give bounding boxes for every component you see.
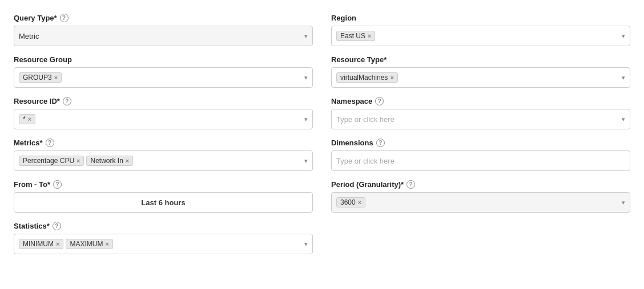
- namespace-label: Namespace ?: [331, 97, 630, 105]
- statistics-tag-minimum-remove[interactable]: ×: [56, 241, 59, 247]
- period-control[interactable]: 3600 × ▾: [331, 192, 630, 213]
- statistics-label: Statistics* ?: [14, 222, 313, 230]
- region-tags: East US ×: [336, 31, 618, 41]
- period-tag-remove[interactable]: ×: [358, 199, 361, 206]
- resource-id-label: Resource ID* ?: [14, 97, 313, 105]
- resource-id-tag-star: * ×: [19, 114, 35, 124]
- resource-type-tag-remove[interactable]: ×: [390, 74, 393, 81]
- resource-type-label: Resource Type*: [331, 55, 630, 64]
- metrics-tag-networkin-remove[interactable]: ×: [126, 157, 129, 164]
- statistics-chevron-icon: ▾: [301, 241, 308, 248]
- resource-type-chevron-icon: ▾: [618, 74, 625, 82]
- region-tag-eastus-remove[interactable]: ×: [368, 32, 371, 39]
- resource-id-group: Resource ID* ? * × ▾: [14, 97, 313, 129]
- resource-group-tags: GROUP3 ×: [19, 72, 301, 83]
- period-tag-3600: 3600 ×: [336, 197, 365, 207]
- from-to-button[interactable]: Last 6 hours: [14, 192, 313, 213]
- resource-id-tag-remove[interactable]: ×: [28, 116, 31, 123]
- query-type-select[interactable]: Metric ▾: [14, 26, 313, 46]
- query-type-label: Query Type* ?: [14, 14, 313, 22]
- query-type-chevron-icon: ▾: [301, 32, 308, 40]
- resource-type-tags: virtualMachines ×: [336, 72, 618, 83]
- resource-group-chevron-icon: ▾: [301, 74, 308, 82]
- metrics-control[interactable]: Percentage CPU × Network In × ▾: [14, 150, 313, 171]
- region-group: Region East US × ▾: [331, 14, 630, 46]
- query-type-group: Query Type* ? Metric ▾: [14, 14, 313, 46]
- resource-id-chevron-icon: ▾: [301, 116, 308, 123]
- dimensions-label: Dimensions ?: [331, 139, 630, 147]
- dimensions-placeholder: Type or click here: [336, 157, 395, 165]
- statistics-tags: MINIMUM × MAXIMUM ×: [19, 239, 301, 249]
- from-to-help-icon[interactable]: ?: [53, 180, 62, 189]
- dimensions-control[interactable]: Type or click here: [331, 150, 630, 171]
- empty-cell: [331, 222, 630, 254]
- resource-group-group: Resource Group GROUP3 × ▾: [14, 55, 313, 88]
- metrics-tag-networkin: Network In ×: [86, 156, 133, 166]
- namespace-control[interactable]: Type or click here ▾: [331, 109, 630, 129]
- statistics-help-icon[interactable]: ?: [53, 222, 61, 230]
- region-chevron-icon: ▾: [618, 32, 625, 40]
- resource-group-tag-remove[interactable]: ×: [54, 74, 58, 81]
- resource-type-tag-vms: virtualMachines ×: [336, 72, 398, 83]
- resource-group-label: Resource Group: [14, 55, 313, 64]
- region-label: Region: [331, 14, 630, 22]
- dimensions-help-icon[interactable]: ?: [376, 139, 385, 147]
- period-group: Period (Granularity)* ? 3600 × ▾: [331, 180, 630, 213]
- metrics-tags: Percentage CPU × Network In ×: [19, 156, 301, 166]
- namespace-placeholder: Type or click here: [336, 115, 395, 124]
- resource-type-control[interactable]: virtualMachines × ▾: [331, 67, 630, 88]
- resource-id-control[interactable]: * × ▾: [14, 109, 313, 129]
- statistics-control[interactable]: MINIMUM × MAXIMUM × ▾: [14, 234, 313, 254]
- resource-id-tags: * ×: [19, 114, 301, 124]
- namespace-group: Namespace ? Type or click here ▾: [331, 97, 630, 129]
- period-label: Period (Granularity)* ?: [331, 180, 630, 189]
- resource-group-tag-group3: GROUP3 ×: [19, 72, 62, 83]
- statistics-tag-maximum: MAXIMUM ×: [66, 239, 112, 249]
- statistics-tag-minimum: MINIMUM ×: [19, 239, 63, 249]
- period-tags: 3600 ×: [336, 197, 618, 207]
- namespace-help-icon[interactable]: ?: [375, 97, 384, 105]
- metrics-chevron-icon: ▾: [301, 157, 308, 165]
- resource-group-control[interactable]: GROUP3 × ▾: [14, 67, 313, 88]
- period-help-icon[interactable]: ?: [406, 180, 415, 189]
- query-type-value: Metric: [19, 32, 301, 40]
- period-chevron-icon: ▾: [618, 199, 625, 206]
- metrics-label: Metrics* ?: [14, 139, 313, 147]
- metrics-tag-cpu-remove[interactable]: ×: [77, 157, 80, 164]
- query-form: Query Type* ? Metric ▾ Region East US × …: [14, 14, 630, 254]
- query-type-help-icon[interactable]: ?: [60, 14, 69, 22]
- namespace-chevron-icon: ▾: [618, 116, 625, 123]
- resource-type-group: Resource Type* virtualMachines × ▾: [331, 55, 630, 88]
- region-tag-eastus: East US ×: [336, 31, 375, 41]
- statistics-tag-maximum-remove[interactable]: ×: [105, 241, 108, 247]
- from-to-group: From - To* ? Last 6 hours: [14, 180, 313, 213]
- region-control[interactable]: East US × ▾: [331, 26, 630, 46]
- resource-id-help-icon[interactable]: ?: [63, 97, 71, 105]
- metrics-help-icon[interactable]: ?: [46, 139, 54, 147]
- metrics-tag-cpu: Percentage CPU ×: [19, 156, 84, 166]
- statistics-group: Statistics* ? MINIMUM × MAXIMUM × ▾: [14, 222, 313, 254]
- metrics-group: Metrics* ? Percentage CPU × Network In ×…: [14, 139, 313, 171]
- dimensions-group: Dimensions ? Type or click here: [331, 139, 630, 171]
- from-to-label: From - To* ?: [14, 180, 313, 189]
